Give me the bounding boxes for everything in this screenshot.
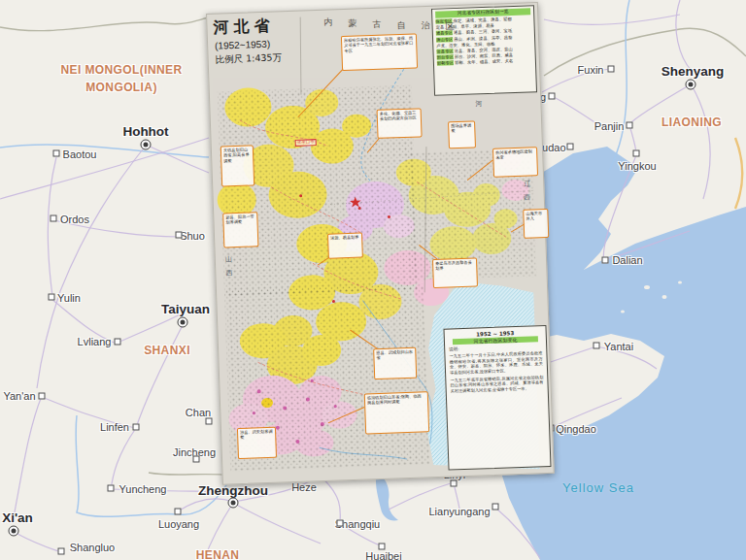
neighbor-region-char: 内 [323,16,332,28]
city-circle-marker [178,317,188,328]
overlay-annotation-box: 山海关市并入 [523,209,549,239]
city-square-marker [58,548,65,555]
overlay-annotation-box: 恩县、武城划归山东省 [373,347,417,380]
map-city-label: Hohhot [122,124,168,139]
overlay-annotation-box: 临清镇划归山东省;馆陶、临西两县划界同时调整 [364,391,429,434]
neighbor-label-char: 西 [225,268,232,278]
city-square-marker [451,480,458,487]
map-city-label: Fuxin [578,64,604,76]
city-square-marker [176,232,183,239]
city-square-marker [379,544,386,550]
city-square-marker [49,294,55,301]
map-city-label: Lianyungang [428,506,490,517]
historical-map-overlay[interactable]: 河北省 (1952~1953) 比例尺 1:435万 河北省专区行政区划一览 保… [206,2,555,485]
city-square-marker [492,504,499,511]
red-city-tag: 张家口市 [295,139,317,147]
map-city-label: Panjin [594,120,625,132]
city-square-marker [51,215,57,222]
city-square-marker [53,150,60,157]
city-circle-marker [141,140,152,150]
map-city-label: Chan [186,407,211,418]
neighbor-region-char: 自 [396,19,405,32]
city-square-marker [115,339,121,346]
city-square-marker [193,456,200,463]
city-circle-marker [9,526,19,537]
overlay-annotation-box: 涞源、易县划界 [327,233,363,259]
neighbor-region-char: 治 [421,19,429,32]
neighbor-label-char: 西 [524,192,530,202]
overlay-note-box: 1952 ~ 1953 河北省行政区划变化 说明: 一九五二年十一月十五日,中央… [443,325,551,471]
map-city-label: Dalian [612,254,642,266]
neighbor-label-char: 河 [475,99,482,109]
map-city-label: Qingdao [556,423,596,435]
overlay-annotation-box: 多伦、化德、宝昌三县划归内蒙古自治区 [377,108,423,139]
map-region-label: MONGOLIA) [85,81,157,94]
map-city-label: Zhengzhou [198,483,268,498]
city-circle-marker [686,80,696,90]
map-city-label: Linfen [100,421,129,433]
map-city-label: Lvliang [78,336,112,347]
overlay-annotation-box: 热河省承德地区建制未变 [492,147,538,178]
map-city-label: Huaibei [365,550,401,560]
city-square-marker [39,393,46,400]
overlay-years: (1952~1953) [215,39,270,51]
map-city-label: Yingkou [618,160,656,172]
map-city-label: Yantai [604,341,633,352]
map-city-label: Yan'an [3,390,35,402]
overlay-annotation-box: 秦皇岛市及昌黎各县划界 [432,257,478,288]
map-city-label: Heze [291,481,317,493]
motorway [735,138,742,209]
web-map-viewer[interactable]: HohhotShenyangTaiyuanZhengzhouXi'anBaoto… [0,0,746,560]
note-paragraph-1: 一九五二年十一月十五日,中央人民政府委员会批准撤销察哈尔省,将其原辖之张家口、宣… [449,350,543,376]
map-region-label: NEI MONGOL(INNER [60,63,182,77]
overlay-annotation-box: 原察哈尔省所属张北、沽源、康保、尚义等县于一九五二年划归河北省张家口专区 [341,33,418,71]
overlay-annotation-box: 天镇县划归山西省,阳高县界调整 [220,145,254,186]
map-city-label: Taiyuan [161,302,210,316]
lake [376,473,398,521]
sea-label: Yellow Sea [562,480,634,495]
overlay-scale: 比例尺 1:435万 [215,51,282,66]
neighbor-label-char: 辽 [524,179,530,188]
city-square-marker [602,257,609,264]
city-square-marker [175,509,182,515]
map-city-label: Xi'an [2,511,33,525]
map-region-label: LIAONING [661,115,722,129]
city-square-marker [567,144,574,150]
map-city-label: Yuncheng [119,483,167,495]
city-square-marker [337,520,344,527]
map-city-label: Shenyang [661,64,725,79]
overlay-legend-box: 河北省专区行政区划一览 保定专区保定、满城、完县、唐县、望都定县、曲阳、阜平、涞… [431,5,537,96]
city-square-marker [206,418,213,425]
city-square-marker [633,150,640,157]
note-paragraph-2: 一九五二年底平原省撤销后,原属河北省之临清镇划归山东省;同时将山东省之恩县、武城… [450,375,544,394]
neighbor-region-char: 古 [372,18,381,31]
overlay-annotation-box: 涉县、武安划界调整 [237,427,277,459]
city-square-marker [133,424,140,431]
neighbor-region-char: 蒙 [348,17,356,30]
map-city-label: Shangluo [70,542,116,553]
city-square-marker [593,343,600,349]
map-region-label: HENAN [196,548,240,560]
neighbor-region-char: 区 [445,20,454,33]
map-city-label: Ordos [60,214,89,225]
city-square-marker [108,485,115,492]
city-square-marker [608,66,615,73]
overlay-annotation-box: 围场县界调整 [448,120,476,148]
neighbor-label-char: 山 [225,254,232,264]
map-city-label: Shuo [180,230,205,242]
overlay-title: 河北省 [213,16,275,39]
city-square-marker [549,93,556,100]
map-city-label: Luoyang [158,518,199,530]
map-city-label: Yulin [57,292,81,304]
overlay-annotation-box: 蔚县、阳原一带划界调整 [222,212,258,247]
city-square-marker [627,122,633,129]
map-city-label: Baotou [63,148,97,160]
map-region-label: SHANXI [144,344,190,357]
city-circle-marker [228,498,239,509]
